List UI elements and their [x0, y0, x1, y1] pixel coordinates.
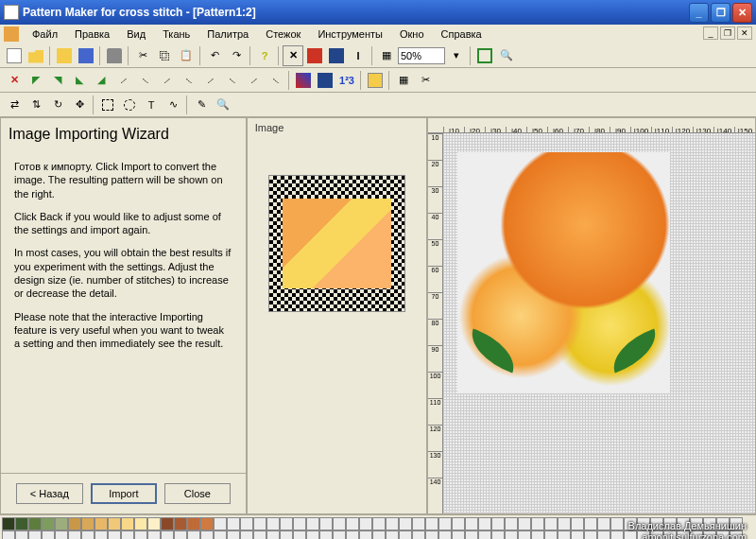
eyedropper-button[interactable]: ✎ [191, 95, 212, 115]
mdi-minimize[interactable]: _ [703, 26, 718, 40]
stitch-tool-h[interactable]: ⟍ [265, 70, 285, 91]
palette-color[interactable] [425, 530, 438, 540]
stitch-tool-a[interactable]: ⟋ [112, 70, 133, 91]
menu-fabric[interactable]: Ткань [155, 26, 198, 42]
palette-color[interactable] [597, 517, 610, 530]
full-stitch-button[interactable]: ✕ [4, 70, 25, 91]
palette-color[interactable] [293, 517, 306, 530]
palette-color[interactable] [94, 530, 108, 540]
close-wizard-button[interactable]: Close [164, 483, 231, 504]
palette-color[interactable] [293, 530, 306, 540]
palette-color[interactable] [187, 517, 200, 530]
new-button[interactable] [4, 45, 25, 66]
menu-stitch[interactable]: Стежок [258, 26, 308, 42]
quarter-stitch-1[interactable]: ◣ [69, 70, 90, 91]
palette-color[interactable] [214, 517, 227, 530]
paste-button[interactable]: 📋 [176, 45, 197, 66]
palette-color[interactable] [280, 517, 293, 530]
palette-color[interactable] [227, 517, 240, 530]
back-button[interactable]: < Назад [16, 483, 83, 504]
stitch-tool-d[interactable]: ⟍ [178, 70, 198, 91]
undo-button[interactable]: ↶ [204, 45, 225, 66]
palette-color[interactable] [147, 530, 161, 540]
palette-color[interactable] [544, 530, 558, 540]
palette-color[interactable] [452, 530, 465, 540]
palette-color[interactable] [597, 530, 610, 540]
palette-color[interactable] [319, 530, 333, 540]
pattern-canvas[interactable] [443, 133, 755, 513]
maximize-button[interactable]: ❐ [711, 3, 730, 23]
palette-color[interactable] [161, 517, 174, 530]
palette-color[interactable] [333, 530, 346, 540]
palette-color[interactable] [240, 517, 253, 530]
curve-tool-button[interactable]: ∿ [163, 95, 183, 115]
palette-color[interactable] [465, 530, 478, 540]
palette-color[interactable] [505, 517, 518, 530]
palette-color[interactable] [121, 530, 134, 540]
palette-color[interactable] [425, 517, 438, 530]
palette-color[interactable] [266, 530, 280, 540]
palette-color[interactable] [306, 530, 319, 540]
palette-color[interactable] [227, 530, 240, 540]
palette-color[interactable] [399, 517, 412, 530]
palette-color[interactable] [15, 530, 28, 540]
palette-color[interactable] [386, 530, 399, 540]
palette-color[interactable] [2, 517, 15, 530]
menu-tools[interactable]: Инструменты [310, 26, 390, 42]
palette-color[interactable] [438, 517, 452, 530]
palette-color[interactable] [280, 530, 293, 540]
palette-color[interactable] [2, 530, 15, 540]
menu-edit[interactable]: Правка [67, 26, 117, 42]
palette-color[interactable] [518, 530, 531, 540]
color-picker-1[interactable] [293, 70, 314, 91]
flip-h-button[interactable]: ⇄ [4, 95, 25, 115]
palette-color[interactable] [584, 530, 597, 540]
minimize-button[interactable]: _ [689, 3, 709, 23]
palette-color[interactable] [359, 517, 372, 530]
grid-button[interactable]: ▦ [376, 45, 397, 66]
palette-color[interactable] [94, 517, 108, 530]
stitch-tool-g[interactable]: ⟋ [243, 70, 264, 91]
palette-color[interactable] [399, 530, 412, 540]
import-button[interactable] [54, 45, 75, 66]
menu-view[interactable]: Вид [119, 26, 153, 42]
palette-color[interactable] [478, 517, 491, 530]
menu-window[interactable]: Окно [392, 26, 432, 42]
palette-color[interactable] [240, 530, 253, 540]
mdi-restore[interactable]: ❐ [720, 26, 735, 40]
palette-color[interactable] [134, 530, 147, 540]
select-rect-button[interactable] [97, 95, 118, 115]
magnify-button[interactable]: 🔍 [213, 95, 233, 115]
palette-color[interactable] [438, 530, 452, 540]
palette-color[interactable] [134, 517, 147, 530]
palette-color[interactable] [346, 517, 359, 530]
palette-color[interactable] [571, 530, 584, 540]
palette-color[interactable] [81, 517, 94, 530]
close-button[interactable]: ✕ [732, 3, 752, 23]
palette-color[interactable] [372, 517, 386, 530]
menu-file[interactable]: Файл [25, 26, 65, 42]
zoom-input[interactable] [398, 47, 445, 64]
flip-v-button[interactable]: ⇅ [26, 95, 46, 115]
palette-color[interactable] [544, 517, 558, 530]
square-tool[interactable] [365, 70, 386, 91]
palette-color[interactable] [412, 517, 425, 530]
palette-color[interactable] [571, 517, 584, 530]
palette-color[interactable] [28, 530, 42, 540]
palette-color[interactable] [174, 530, 187, 540]
palette-color[interactable] [610, 517, 624, 530]
copy-button[interactable]: ⿻ [154, 45, 175, 66]
save-button[interactable] [76, 45, 96, 66]
move-tool[interactable]: ✥ [69, 95, 90, 115]
palette-color[interactable] [68, 517, 81, 530]
palette-color[interactable] [187, 530, 200, 540]
palette-color[interactable] [346, 530, 359, 540]
palette-color[interactable] [15, 517, 28, 530]
palette-color[interactable] [253, 530, 266, 540]
palette-color[interactable] [558, 517, 571, 530]
palette-color[interactable] [200, 517, 214, 530]
quarter-stitch-2[interactable]: ◢ [91, 70, 112, 91]
cut-button[interactable]: ✂ [132, 45, 153, 66]
palette-color[interactable] [253, 517, 266, 530]
palette-color[interactable] [55, 530, 68, 540]
